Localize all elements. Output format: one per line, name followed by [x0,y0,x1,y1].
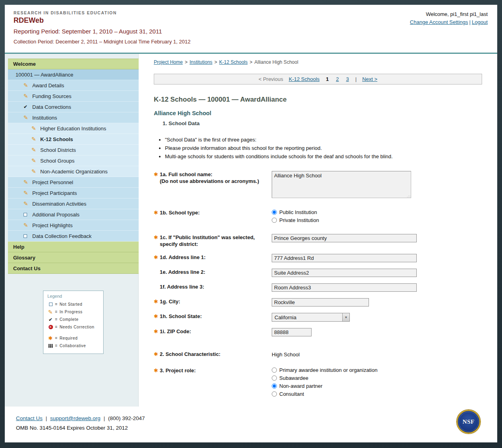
sidebar-item-label: Project Participants [32,190,77,196]
sidebar-item-school-groups[interactable]: ✎School Groups [8,155,139,166]
city-input[interactable] [272,298,369,307]
sidebar-item-label: Data Collection Feedback [32,233,92,239]
address-line-2-input[interactable] [272,269,417,277]
consultant-radio[interactable] [272,391,277,397]
non-award-partner-radio[interactable] [272,383,277,389]
radio-label: Primary awardee institution or organizat… [279,367,377,373]
sidebar-item-project-highlights[interactable]: ✎Project Highlights [8,220,139,231]
field-row-1d: ✱ 1d. Address line 1: [154,254,487,262]
field-label: 1c. If "Public Institution" was selected… [160,234,272,248]
asterisk-icon: ✱ [47,334,54,342]
required-asterisk-icon: ✱ [154,351,160,358]
check-icon: ✔ [24,104,30,109]
project-role-subawardee-option[interactable]: Subawardee [272,375,487,381]
legend-label: Required [59,334,77,342]
field-label: 1g. City: [160,298,180,307]
breadcrumb-institutions[interactable]: Institutions [190,59,212,65]
footer-contact-link[interactable]: Contact Us [16,415,43,421]
address-line-1-input[interactable] [272,254,417,262]
district-input[interactable] [272,234,417,242]
footer-separator: | [46,415,47,421]
radio-label: Public Institution [279,209,317,215]
sidebar-item-project-personnel[interactable]: ✎Project Personnel [8,177,139,188]
instruction-item: "School Data" is the first of three page… [165,137,487,143]
zip-code-input[interactable] [272,328,312,336]
sidebar-item-label: Higher Education Institutions [40,126,106,132]
chevron-down-icon[interactable]: ▼ [342,313,349,321]
sidebar-item-label: Contact Us [13,265,41,271]
public-institution-radio[interactable] [272,210,277,215]
school-type-public-option[interactable]: Public Institution [272,209,487,215]
legend-item-collaborative: = Collaborative [47,342,100,350]
subawardee-radio[interactable] [272,375,277,381]
school-type-private-option[interactable]: Private Institution [272,217,487,223]
sidebar-item-label: Help [13,244,24,250]
private-institution-radio[interactable] [272,218,277,223]
field-row-1b: ✱ 1b. School type: Public Institution Pr… [154,209,487,225]
breadcrumb-project-home[interactable]: Project Home [154,59,183,65]
breadcrumb-current: Alliance High School [255,59,298,65]
pager-next[interactable]: Next > [362,76,377,82]
sidebar-item-funding-sources[interactable]: ✎Funding Sources [8,91,139,102]
footer-email-link[interactable]: support@rdeweb.org [50,415,100,421]
school-data-form: ✱ 1a. Full school name: (Do not use abbr… [154,171,487,438]
collection-period: Collection Period: December 2, 2011 – Mi… [14,39,488,45]
page-title: K-12 Schools — 100001 — AwardAlliance [154,96,487,104]
change-account-settings-link[interactable]: Change Account Settings [410,19,468,25]
legend-item-needs-correction: ✕ = Needs Correction [47,323,100,331]
square-icon [24,234,30,238]
sidebar-item-project-participants[interactable]: ✎Project Participants [8,188,139,198]
full-school-name-textarea[interactable]: Alliance High School [272,171,411,198]
field-label: 1e. Address line 2: [160,269,205,277]
pencil-icon: ✎ [47,309,54,315]
legend-item-in-progress: ✎ = In Progress [47,308,100,316]
project-role-primary-option[interactable]: Primary awardee institution or organizat… [272,367,487,373]
pencil-icon: ✎ [31,158,38,163]
page-footer: Contact Us | support@rdeweb.org | (800) … [5,407,497,442]
primary-awardee-radio[interactable] [272,367,277,373]
sidebar-item-dissemination[interactable]: ✎Dissemination Activities [8,198,139,209]
sidebar-item-k12-schools[interactable]: ✎K-12 Schools [8,134,139,145]
address-line-3-input[interactable] [272,283,417,292]
field-row-2: ✱ 2. School Characteristic: High School [154,351,487,358]
field-label: 1a. Full school name: (Do not use abbrev… [160,171,259,200]
pager-page-2[interactable]: 2 [336,76,339,82]
account-area: Welcome, pi1_first pi1_last Change Accou… [410,11,488,25]
sidebar-item-additional-proposals[interactable]: Additional Proposals [8,209,139,220]
sidebar-item-label: School Groups [40,158,75,164]
sidebar-item-glossary[interactable]: Glossary [8,252,139,263]
sidebar-item-welcome[interactable]: Welcome [8,59,139,69]
pager-parent-link[interactable]: K-12 Schools [289,76,320,82]
sidebar-item-contact-us[interactable]: Contact Us [8,263,139,274]
pencil-icon: ✎ [31,136,38,142]
sidebar-item-help[interactable]: Help [8,242,139,252]
breadcrumb-separator: > [249,59,252,65]
sidebar-item-label: Dissemination Activities [32,201,86,207]
project-role-consultant-option[interactable]: Consultant [272,391,487,397]
sidebar-item-label: Funding Sources [32,93,71,99]
required-asterisk-icon: ✱ [154,234,160,248]
sidebar-item-non-academic[interactable]: ✎Non-Academic Organizations [8,166,139,177]
sidebar-item-school-districts[interactable]: ✎School Districts [8,145,139,155]
sidebar-item-label: Welcome [13,61,36,67]
state-select[interactable]: California ▼ [272,313,350,322]
project-role-non-award-option[interactable]: Non-award partner [272,383,487,389]
sidebar-item-data-corrections[interactable]: ✔Data Corrections [8,102,139,112]
sidebar-item-award-details[interactable]: ✎Award Details [8,80,139,91]
radio-label: Subawardee [279,375,308,381]
legend-box: Legend = Not Started ✎ = In Progress ✔ =… [43,291,104,354]
sidebar-item-award[interactable]: 100001 — AwardAlliance [8,69,139,80]
footer-separator: | [104,415,105,421]
breadcrumb-k12-schools[interactable]: K-12 Schools [219,59,247,65]
sidebar-item-data-collection-feedback[interactable]: Data Collection Feedback [8,231,139,242]
square-icon [24,213,30,216]
equals-sign: = [55,323,57,331]
required-asterisk-icon: ✱ [154,171,160,200]
sidebar-item-higher-ed[interactable]: ✎Higher Education Institutions [8,123,139,134]
sidebar-item-institutions[interactable]: ✎Institutions [8,112,139,123]
radio-label: Private Institution [279,217,319,223]
logout-link[interactable]: Logout [472,19,488,25]
legend-item-complete: ✔ = Complete [47,316,100,323]
reporting-period: Reporting Period: September 1, 2010 – Au… [14,28,488,35]
pager-page-3[interactable]: 3 [346,76,349,82]
